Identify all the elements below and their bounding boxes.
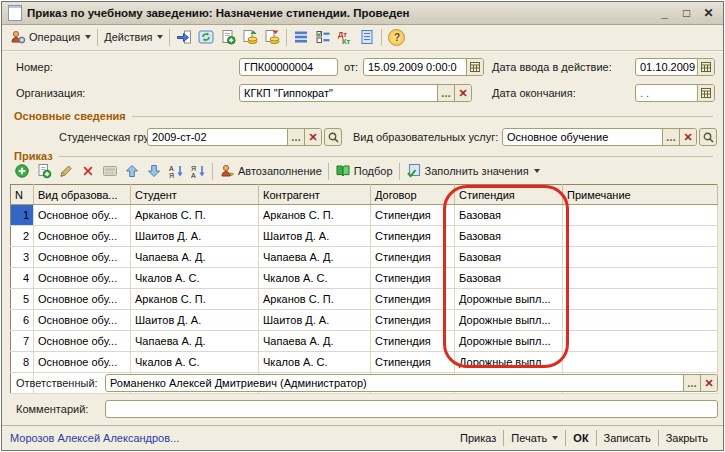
clear-icon[interactable]: ✕ xyxy=(679,129,696,145)
delete-row-button[interactable] xyxy=(77,161,99,181)
cell-contract[interactable]: Стипендия xyxy=(371,247,455,268)
cell-scholarship[interactable]: Базовая xyxy=(455,268,563,289)
education-service-field[interactable]: Основное обучение … ✕ xyxy=(502,128,697,146)
cell-service[interactable]: Основное обу... xyxy=(34,268,131,289)
cell-student[interactable]: Чкалов А. С. xyxy=(131,352,259,373)
grid-row[interactable]: 5 Основное обу... Арканов С. П. Арканов … xyxy=(11,289,718,310)
clear-icon[interactable]: ✕ xyxy=(454,85,471,101)
move-down-button[interactable] xyxy=(143,161,165,181)
cell-n[interactable]: 8 xyxy=(11,352,34,373)
minimize-button[interactable]: _ xyxy=(656,4,673,22)
cell-n[interactable]: 3 xyxy=(11,247,34,268)
cell-counterparty[interactable]: Чапаева А. Д. xyxy=(259,331,371,352)
student-group-field[interactable]: 2009-ст-02 … ✕ xyxy=(147,128,322,146)
cell-contract[interactable]: Стипендия xyxy=(371,352,455,373)
ellipsis-button[interactable]: … xyxy=(662,129,679,145)
print-menu-button[interactable]: Печать xyxy=(504,432,565,444)
cell-counterparty[interactable]: Шаитов Д. А. xyxy=(259,310,371,331)
cell-service[interactable]: Основное обу... xyxy=(34,352,131,373)
grid-row[interactable]: 7 Основное обу... Чапаева А. Д. Чапаева … xyxy=(11,331,718,352)
column-header-contract[interactable]: Договор xyxy=(371,185,455,205)
cell-contract[interactable]: Стипендия xyxy=(371,226,455,247)
cell-counterparty[interactable]: Арканов С. П. xyxy=(259,289,371,310)
cell-service[interactable]: Основное обу... xyxy=(34,310,131,331)
clear-icon[interactable]: ✕ xyxy=(304,129,321,145)
cell-counterparty[interactable]: Чкалов А. С. xyxy=(259,352,371,373)
cell-service[interactable]: Основное обу... xyxy=(34,226,131,247)
cell-note[interactable] xyxy=(563,352,718,373)
cell-contract[interactable]: Стипендия xyxy=(371,331,455,352)
comment-field[interactable] xyxy=(105,400,718,418)
post-document-button[interactable] xyxy=(239,27,261,47)
cell-counterparty[interactable]: Чкалов А. С. xyxy=(259,268,371,289)
cell-scholarship[interactable]: Базовая xyxy=(455,247,563,268)
fill-values-button[interactable]: Заполнить значения xyxy=(403,161,543,181)
cell-student[interactable]: Шаитов Д. А. xyxy=(131,310,259,331)
cell-contract[interactable]: Стипендия xyxy=(371,205,455,226)
date-field[interactable]: 15.09.2009 0:00:0 xyxy=(363,58,484,76)
clear-icon[interactable]: ✕ xyxy=(700,375,717,391)
cell-note[interactable] xyxy=(563,331,718,352)
cell-service[interactable]: Основное обу... xyxy=(34,289,131,310)
cell-scholarship[interactable]: Базовая xyxy=(455,226,563,247)
sort-desc-button[interactable]: ЯА xyxy=(187,161,209,181)
cell-n[interactable]: 2 xyxy=(11,226,34,247)
cell-service[interactable]: Основное обу... xyxy=(34,205,131,226)
cell-note[interactable] xyxy=(563,310,718,331)
grid-row[interactable]: 1 Основное обу... Арканов С. П. Арканов … xyxy=(11,205,718,226)
cell-contract[interactable]: Стипендия xyxy=(371,268,455,289)
cell-scholarship[interactable]: Дорожные выпл... xyxy=(455,331,563,352)
cell-n[interactable]: 7 xyxy=(11,331,34,352)
close-button[interactable]: ✕ xyxy=(700,4,717,22)
ok-button[interactable]: ОК xyxy=(566,432,595,444)
cell-counterparty[interactable]: Чапаева А. Д. xyxy=(259,247,371,268)
copy-row-button[interactable] xyxy=(33,161,55,181)
move-up-button[interactable] xyxy=(121,161,143,181)
grid-row[interactable]: 3 Основное обу... Чапаева А. Д. Чапаева … xyxy=(11,247,718,268)
end-edit-button[interactable] xyxy=(99,161,121,181)
order-print-button[interactable]: Приказ xyxy=(453,432,503,444)
cell-contract[interactable]: Стипендия xyxy=(371,289,455,310)
autofill-button[interactable]: Автозаполнение xyxy=(216,161,325,181)
grid-row[interactable]: 4 Основное обу... Чкалов А. С. Чкалов А.… xyxy=(11,268,718,289)
cell-n[interactable]: 6 xyxy=(11,310,34,331)
open-magnifier-button[interactable] xyxy=(324,128,342,146)
end-date-field[interactable]: . . xyxy=(635,84,715,102)
ellipsis-button[interactable]: … xyxy=(287,129,304,145)
responsible-field[interactable]: Романенко Алексей Дмитриевич (Администра… xyxy=(105,374,718,392)
current-user-link[interactable]: Морозов Алексей Александров... xyxy=(10,432,453,444)
document-movements-button[interactable] xyxy=(290,27,312,47)
unpost-document-button[interactable] xyxy=(261,27,283,47)
cell-n[interactable]: 1 xyxy=(11,205,34,226)
cell-student[interactable]: Чапаева А. Д. xyxy=(131,247,259,268)
cell-service[interactable]: Основное обу... xyxy=(34,331,131,352)
pick-button[interactable]: Подбор xyxy=(332,161,396,181)
cell-counterparty[interactable]: Арканов С. П. xyxy=(259,205,371,226)
column-header-n[interactable]: N xyxy=(11,185,34,205)
journal-button[interactable] xyxy=(356,27,378,47)
cell-note[interactable] xyxy=(563,268,718,289)
ellipsis-button[interactable]: … xyxy=(437,85,454,101)
edit-row-button[interactable] xyxy=(55,161,77,181)
calendar-button[interactable] xyxy=(697,85,714,101)
save-document-button[interactable] xyxy=(173,27,195,47)
close-form-button[interactable]: Закрыть xyxy=(659,432,715,444)
column-header-service[interactable]: Вид образова... xyxy=(34,185,131,205)
copy-new-document-button[interactable] xyxy=(217,27,239,47)
cell-student[interactable]: Арканов С. П. xyxy=(131,289,259,310)
cell-scholarship[interactable]: Дорожные выпл... xyxy=(455,310,563,331)
calendar-button[interactable] xyxy=(697,59,714,75)
cell-note[interactable] xyxy=(563,247,718,268)
cell-note[interactable] xyxy=(563,289,718,310)
actions-menu-button[interactable]: Действия xyxy=(101,29,166,45)
column-header-counterparty[interactable]: Контрагент xyxy=(259,185,371,205)
cell-student[interactable]: Арканов С. П. xyxy=(131,205,259,226)
ellipsis-button[interactable]: … xyxy=(683,375,700,391)
grid-row[interactable]: 8 Основное обу... Чкалов А. С. Чкалов А.… xyxy=(11,352,718,373)
cell-service[interactable]: Основное обу... xyxy=(34,247,131,268)
cell-scholarship[interactable]: Базовая xyxy=(455,205,563,226)
dt-kt-button[interactable]: ДтКт xyxy=(334,27,356,47)
grid-row[interactable]: 2 Основное обу... Шаитов Д. А. Шаитов Д.… xyxy=(11,226,718,247)
cell-counterparty[interactable]: Шаитов Д. А. xyxy=(259,226,371,247)
cell-student[interactable]: Чапаева А. Д. xyxy=(131,331,259,352)
